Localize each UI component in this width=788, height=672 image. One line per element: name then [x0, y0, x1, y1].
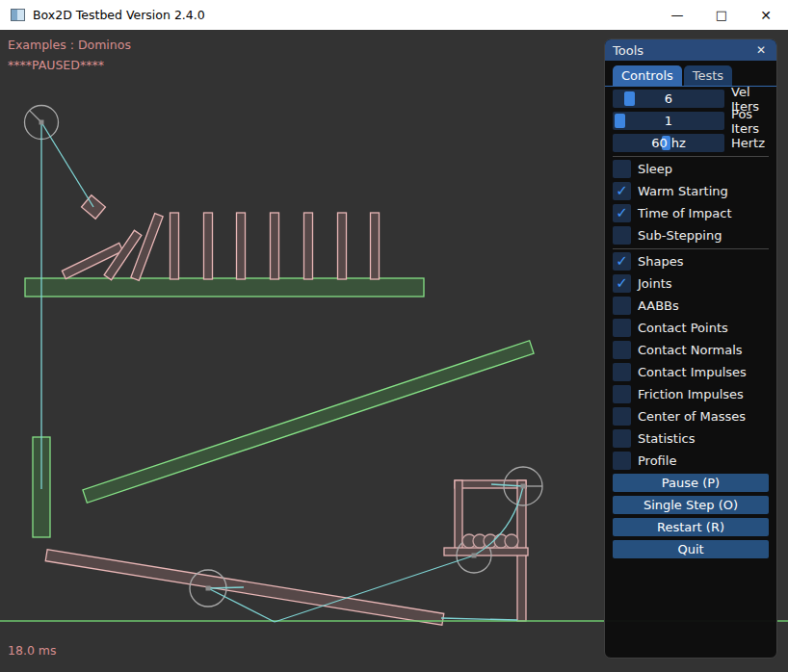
- domino-upright[interactable]: [171, 213, 179, 279]
- paused-label: ****PAUSED****: [8, 58, 104, 72]
- checkbox-contact-impulses[interactable]: Contact Impulses: [613, 363, 769, 381]
- domino-upright[interactable]: [338, 213, 347, 279]
- slider-row-vel-iters: 6Vel Iters: [613, 90, 769, 108]
- joint-rope-pendulum: [41, 122, 93, 207]
- checkbox-joints[interactable]: ✓Joints: [613, 274, 769, 293]
- tools-panel-title: Tools: [613, 43, 753, 58]
- checkbox-profile[interactable]: Profile: [613, 452, 769, 470]
- checkbox-label: Sub-Stepping: [638, 228, 722, 243]
- unchecked-checkbox-icon[interactable]: [613, 160, 631, 178]
- unchecked-checkbox-icon[interactable]: [613, 429, 631, 448]
- checkbox-aabbs[interactable]: AABBs: [613, 297, 769, 315]
- checkbox-label: Contact Impulses: [638, 365, 747, 379]
- tools-panel-header[interactable]: Tools ✕: [605, 39, 776, 61]
- app-icon: [11, 9, 25, 21]
- checkbox-sleep[interactable]: Sleep: [613, 160, 769, 178]
- checked-checkbox-icon[interactable]: ✓: [613, 182, 631, 200]
- checkbox-shapes[interactable]: ✓Shapes: [613, 252, 769, 271]
- maximize-button[interactable]: □: [699, 0, 744, 30]
- checkbox-sub-stepping[interactable]: Sub-Stepping: [613, 226, 769, 245]
- frame-time-label: 18.0 ms: [8, 643, 57, 658]
- frame-top-beam[interactable]: [455, 480, 526, 488]
- checkbox-friction-impulses[interactable]: Friction Impulses: [613, 385, 769, 403]
- checkbox-contact-points[interactable]: Contact Points: [613, 319, 769, 337]
- domino-upright[interactable]: [271, 213, 279, 279]
- slider-label: Hertz: [731, 136, 765, 150]
- checkbox-label: Profile: [638, 453, 676, 468]
- long-ramp: [83, 341, 534, 503]
- panel-close-icon[interactable]: ✕: [753, 43, 769, 57]
- checkbox-center-of-masses[interactable]: Center of Masses: [613, 407, 769, 426]
- checkbox-label: Warm Starting: [638, 184, 728, 198]
- slider-value: 1: [613, 112, 724, 130]
- unchecked-checkbox-icon[interactable]: [613, 341, 631, 359]
- unchecked-checkbox-icon[interactable]: [613, 297, 631, 315]
- tools-panel: Tools ✕ Controls Tests 6Vel Iters1Pos It…: [604, 39, 777, 659]
- domino-tilted[interactable]: [131, 214, 163, 281]
- slider-value: 60 hz: [613, 134, 724, 152]
- checkbox-label: Friction Impulses: [638, 387, 744, 401]
- unchecked-checkbox-icon[interactable]: [613, 407, 631, 426]
- slider-row-pos-iters: 1Pos Iters: [613, 112, 769, 130]
- checked-checkbox-icon[interactable]: ✓: [613, 252, 631, 271]
- slider-hertz[interactable]: 60 hz: [613, 134, 724, 152]
- checkbox-warm-starting[interactable]: ✓Warm Starting: [613, 182, 769, 200]
- separator: [613, 156, 769, 157]
- unchecked-checkbox-icon[interactable]: [613, 319, 631, 337]
- tabbar: Controls Tests: [605, 61, 776, 87]
- domino-upright[interactable]: [371, 213, 380, 279]
- checked-checkbox-icon[interactable]: ✓: [613, 274, 631, 293]
- unchecked-checkbox-icon[interactable]: [613, 452, 631, 470]
- unchecked-checkbox-icon[interactable]: [613, 385, 631, 403]
- slider-value: 6: [613, 90, 724, 108]
- shelf-ball[interactable]: [505, 534, 518, 548]
- domino-upright[interactable]: [204, 213, 213, 279]
- joint-anchor-dot: [39, 120, 44, 125]
- separator: [613, 248, 769, 249]
- checkbox-statistics[interactable]: Statistics: [613, 429, 769, 448]
- checkbox-label: Sleep: [638, 162, 672, 176]
- button-pause-p[interactable]: Pause (P): [613, 474, 769, 492]
- joint-rope-ground: [441, 618, 517, 620]
- checkbox-time-of-impact[interactable]: ✓Time of Impact: [613, 204, 769, 222]
- checkbox-label: Contact Points: [638, 321, 728, 335]
- tab-controls[interactable]: Controls: [613, 65, 682, 86]
- minimize-button[interactable]: —: [655, 0, 699, 30]
- joint-anchor-dot: [521, 484, 526, 489]
- close-button[interactable]: ✕: [744, 0, 788, 30]
- slider-vel-iters[interactable]: 6: [613, 90, 724, 108]
- tab-tests[interactable]: Tests: [684, 65, 732, 86]
- button-quit[interactable]: Quit: [613, 540, 769, 558]
- checkbox-label: Shapes: [638, 254, 683, 269]
- domino-platform: [25, 278, 424, 297]
- domino-upright[interactable]: [304, 213, 313, 279]
- window-titlebar: Box2D Testbed Version 2.4.0 — □ ✕: [0, 0, 788, 30]
- button-restart-r[interactable]: Restart (R): [613, 518, 769, 536]
- seesaw-plank[interactable]: [45, 550, 444, 626]
- slider-pos-iters[interactable]: 1: [613, 112, 724, 130]
- checkbox-label: Time of Impact: [638, 206, 732, 220]
- slider-label: Pos Iters: [731, 107, 769, 136]
- joint-anchor-dot: [206, 586, 211, 591]
- joint-anchor-dot: [472, 554, 477, 558]
- example-label: Examples : Dominos: [8, 38, 131, 52]
- checkbox-label: Contact Normals: [638, 343, 743, 357]
- checkbox-label: Statistics: [638, 431, 695, 446]
- unchecked-checkbox-icon[interactable]: [613, 226, 631, 245]
- checkbox-label: Center of Masses: [638, 409, 746, 424]
- checkbox-label: Joints: [638, 276, 672, 291]
- domino-upright[interactable]: [237, 213, 246, 279]
- frame-left-post[interactable]: [455, 480, 462, 549]
- checkbox-label: AABBs: [638, 298, 679, 313]
- button-single-step-o[interactable]: Single Step (O): [613, 496, 769, 514]
- slider-row-hertz: 60 hzHertz: [613, 134, 769, 152]
- window-title: Box2D Testbed Version 2.4.0: [33, 8, 655, 22]
- checkbox-contact-normals[interactable]: Contact Normals: [613, 341, 769, 359]
- checked-checkbox-icon[interactable]: ✓: [613, 204, 631, 222]
- unchecked-checkbox-icon[interactable]: [613, 363, 631, 381]
